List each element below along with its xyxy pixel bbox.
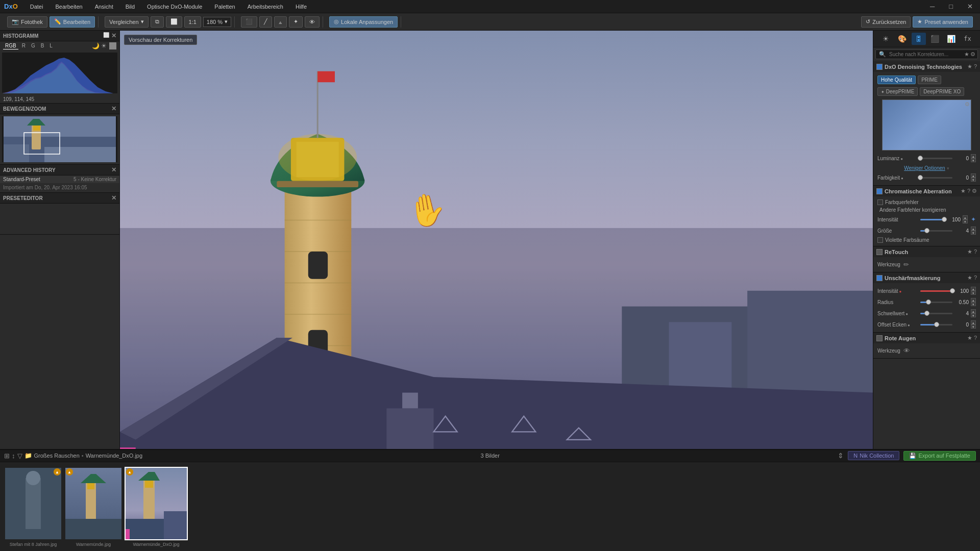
bearbeiten-btn[interactable]: ✏️ Bearbeiten xyxy=(50,16,95,28)
menu-item-hilfe[interactable]: Hilfe xyxy=(293,3,309,11)
violette-checkbox[interactable] xyxy=(877,237,883,243)
chrom-groesse-slider[interactable] xyxy=(920,230,952,232)
rote-augen-question-icon[interactable]: ? xyxy=(974,335,977,341)
unscharf-radius-up[interactable]: ▴ xyxy=(971,298,976,302)
luminanz-slider[interactable] xyxy=(920,158,952,159)
search-input[interactable] xyxy=(886,50,964,59)
eye-btn[interactable]: 👁 xyxy=(305,16,320,28)
noise-preview-settings-icon[interactable]: ⚙ xyxy=(965,101,970,108)
hist-highlight-icon[interactable]: ☀ xyxy=(101,42,107,49)
unscharf-radius-down[interactable]: ▾ xyxy=(971,302,976,306)
dxo-star-icon[interactable]: ★ xyxy=(967,63,972,70)
exposure-icon-btn[interactable]: ☀ xyxy=(879,33,893,45)
luminanz-up[interactable]: ▴ xyxy=(971,154,976,158)
deepprime-xo-btn[interactable]: DeepPRIME XO xyxy=(920,87,964,96)
filmstrip-filter-icon[interactable]: ▽ xyxy=(17,452,22,460)
history-entry[interactable]: Standard-Preset 5 - Keine Korrektur xyxy=(0,176,119,184)
chrom-groesse-up[interactable]: ▴ xyxy=(971,227,976,231)
window-maximize[interactable]: □ xyxy=(946,3,956,10)
retouch-star-icon[interactable]: ★ xyxy=(967,248,972,255)
menu-item-bild[interactable]: Bild xyxy=(124,3,137,11)
unscharf-intensitaet-slider[interactable] xyxy=(920,290,952,292)
retouch-checkbox[interactable] xyxy=(876,249,883,255)
nav-preview[interactable] xyxy=(2,116,117,162)
unscharf-offset-down[interactable]: ▾ xyxy=(971,324,976,329)
perspective-btn[interactable]: ⟁ xyxy=(274,16,287,28)
chrom-intensitaet-slider[interactable] xyxy=(920,219,944,220)
unscharf-checkbox[interactable] xyxy=(876,275,883,281)
preset-apply-btn[interactable]: ★ Preset anwenden xyxy=(913,16,973,28)
deepprime-btn[interactable]: ✦ DeepPRIME xyxy=(877,87,918,96)
unscharf-schwellwert-slider[interactable] xyxy=(920,313,952,314)
chrom-star-icon[interactable]: ★ xyxy=(961,188,966,194)
unscharf-schwellwert-up[interactable]: ▴ xyxy=(971,309,976,313)
dxo-denoising-checkbox[interactable] xyxy=(876,64,883,70)
film-thumb-2[interactable]: ▲ xyxy=(64,467,122,540)
histogram-r-icon-btn[interactable]: 📊 xyxy=(944,33,959,45)
film-thumb-3[interactable]: ▲ xyxy=(125,467,188,540)
unscharf-int-up[interactable]: ▴ xyxy=(971,287,976,291)
menu-item-paletten[interactable]: Paletten xyxy=(212,3,237,11)
retouch-tool-btn[interactable]: ✦ xyxy=(289,16,303,28)
hist-tab-rgb[interactable]: RGB xyxy=(3,42,18,49)
weniger-optionen-link[interactable]: Weniger Optionen xyxy=(904,164,945,172)
fx-icon-btn[interactable]: fx xyxy=(961,33,975,45)
window-minimize[interactable]: ─ xyxy=(927,3,938,10)
window-close[interactable]: ✕ xyxy=(964,3,976,10)
film-thumb-1[interactable]: ▲ xyxy=(4,467,62,540)
preset-close-icon[interactable]: ✕ xyxy=(111,194,116,202)
unscharf-radius-slider[interactable] xyxy=(920,302,952,303)
prime-btn[interactable]: PRIME xyxy=(918,76,941,84)
rote-augen-tool-icon[interactable]: 👁 xyxy=(903,347,910,355)
reset-btn[interactable]: ↺ Zurücksetzen xyxy=(861,16,911,28)
movezoom-close-icon[interactable]: ✕ xyxy=(111,105,116,112)
chrom-settings-icon[interactable]: ⚙ xyxy=(972,188,977,194)
image-area[interactable]: ✋ xyxy=(120,31,873,449)
menu-item-arbeitsbereich[interactable]: Arbeitsbereich xyxy=(246,3,285,11)
chrom-checkbox[interactable] xyxy=(876,188,883,194)
hist-tab-l[interactable]: L xyxy=(47,42,55,49)
filmstrip-expand-icon[interactable]: ⇕ xyxy=(838,452,844,460)
vergleichen-btn[interactable]: Vergleichen ▾ xyxy=(105,16,149,28)
hist-tab-r[interactable]: R xyxy=(20,42,28,49)
menu-item-bearbeiten[interactable]: Bearbeiten xyxy=(53,3,84,11)
hist-tab-b[interactable]: B xyxy=(39,42,46,49)
chrom-question-icon[interactable]: ? xyxy=(967,188,970,194)
dxo-question-icon[interactable]: ? xyxy=(974,63,977,70)
farbigkeit-slider[interactable] xyxy=(920,177,952,179)
unscharf-schwellwert-down[interactable]: ▾ xyxy=(971,313,976,317)
geometry-icon-btn[interactable]: ⬛ xyxy=(928,33,942,45)
chrom-color-picker-icon[interactable]: ✦ xyxy=(971,216,976,223)
filmstrip-sort-icon[interactable]: ↕ xyxy=(12,452,15,460)
unscharf-offset-up[interactable]: ▴ xyxy=(971,320,976,324)
farbquerfehler-checkbox[interactable] xyxy=(877,199,883,205)
straighten-btn[interactable]: ╱ xyxy=(259,16,272,28)
chrom-int-up[interactable]: ▴ xyxy=(963,215,968,219)
nik-collection-btn[interactable]: N Nik Collection xyxy=(848,451,899,460)
detail-icon-btn[interactable]: 🎛 xyxy=(912,33,926,45)
film-item-2[interactable]: ▲ Warnemünde.jpg xyxy=(64,467,122,547)
retouch-tool-icon[interactable]: ✏ xyxy=(903,261,909,268)
hohe-qualitaet-btn[interactable]: Hohe Qualität xyxy=(877,76,916,84)
hist-shadow-icon[interactable]: 🌙 xyxy=(92,42,100,49)
rote-augen-checkbox[interactable] xyxy=(876,335,883,341)
local-adj-btn[interactable]: ◎ Lokale Anpassungen xyxy=(329,16,398,28)
filmstrip-thumb-icon[interactable]: ⊞ xyxy=(4,452,10,460)
chrom-groesse-down[interactable]: ▾ xyxy=(971,231,976,235)
rote-augen-star-icon[interactable]: ★ xyxy=(967,335,972,341)
menu-item-datei[interactable]: Datei xyxy=(28,3,45,11)
export-btn[interactable]: 💾 Export auf Festplatte xyxy=(903,451,976,461)
histogram-close-icon[interactable]: ✕ xyxy=(111,32,116,39)
fotothek-btn[interactable]: 📷 Fotothek xyxy=(7,16,47,28)
unscharf-int-down[interactable]: ▾ xyxy=(971,291,976,295)
chrom-int-down[interactable]: ▾ xyxy=(963,219,968,223)
search-settings-icon[interactable]: ⚙ xyxy=(970,51,975,58)
breadcrumb-file[interactable]: Warnemünde_DxO.jpg xyxy=(86,453,142,459)
frame-btn[interactable]: ⬜ xyxy=(166,16,182,28)
zoom-1-1-btn[interactable]: 1:1 xyxy=(184,16,201,28)
farbigkeit-up[interactable]: ▴ xyxy=(971,173,976,178)
search-star-icon[interactable]: ★ xyxy=(964,51,969,58)
retouch-question-icon[interactable]: ? xyxy=(974,248,977,255)
menu-item-ansicht[interactable]: Ansicht xyxy=(93,3,115,11)
crop-btn[interactable]: ⬛ xyxy=(241,16,257,28)
